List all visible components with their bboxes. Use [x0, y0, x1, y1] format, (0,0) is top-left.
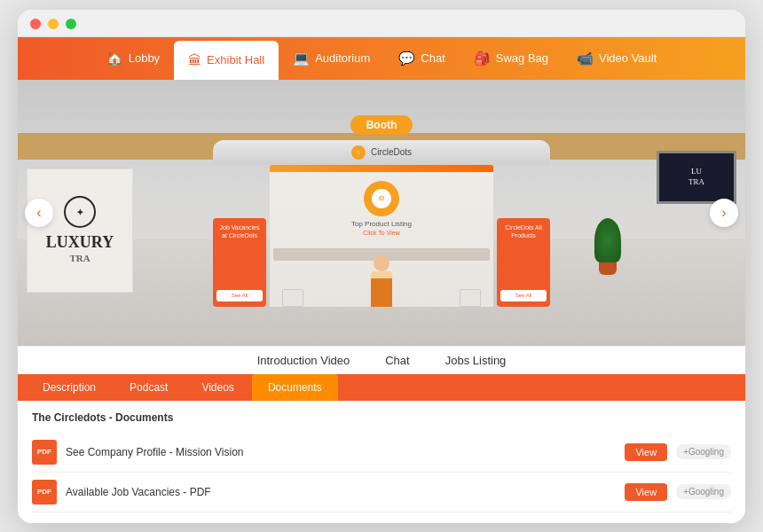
bottom-nav-intro-video[interactable]: Introduction Video [257, 354, 350, 367]
left-banner-btn[interactable]: See All [216, 290, 263, 301]
nav-item-auditorium[interactable]: 💻 Auditorium [279, 37, 384, 80]
booth-center: O Top Product Listing Click To View [270, 165, 493, 307]
exhibit-scene: ✦ LUXURY TRA LU TRA Booth ○ [18, 80, 745, 346]
tab-podcast[interactable]: Podcast [114, 374, 184, 401]
browser-chrome [18, 10, 745, 37]
doc-tag-1: +Googling [676, 444, 731, 459]
swag-icon: 🎒 [474, 51, 491, 66]
close-dot[interactable] [30, 19, 41, 29]
nav-label-swag-bag: Swag Bag [496, 51, 548, 65]
booth-logo-inner: O [372, 189, 391, 208]
exhibit-bottom-nav: Introduction Video Chat Jobs Listing [18, 346, 745, 374]
booth-header: ○ CircleDots [213, 140, 550, 165]
booth-product-sub: Click To View [363, 230, 399, 236]
nav-label-video-vault: Video Vault [599, 51, 657, 65]
home-icon: 🏠 [106, 51, 123, 66]
nav-item-video-vault[interactable]: 📹 Video Vault [562, 37, 671, 80]
right-screen: LU TRA [657, 151, 736, 204]
exhibit-icon: 🏛 [188, 52, 201, 67]
screen-line2: TRA [688, 177, 704, 186]
doc-view-btn-1[interactable]: View [625, 443, 667, 461]
booth-company-name: CircleDots [371, 147, 412, 157]
luxury-sub: TRA [46, 253, 114, 264]
right-banner-text: CircleDots All Products [500, 223, 547, 241]
doc-name-2: Available Job Vacancies - PDF [66, 486, 616, 498]
nav-item-chat[interactable]: 💬 Chat [384, 37, 459, 80]
nav-label-auditorium: Auditorium [315, 51, 370, 65]
chat-icon: 💬 [398, 51, 415, 66]
nav-label-lobby: Lobby [129, 51, 160, 65]
next-booth-button[interactable]: › [710, 199, 738, 227]
documents-section-title: The Circledots - Documents [32, 411, 731, 424]
bottom-nav-jobs-listing[interactable]: Jobs Listing [445, 354, 507, 367]
chair-left [282, 289, 303, 307]
tab-description[interactable]: Description [27, 374, 112, 401]
booth-product-label: Top Product Listing [351, 220, 412, 228]
left-panel-circle: ✦ [64, 196, 96, 228]
tab-videos[interactable]: Videos [185, 374, 249, 401]
browser-window: 🏠 Lobby 🏛 Exhibit Hall 💻 Auditorium 💬 Ch… [18, 10, 745, 523]
screen-line1: LU [691, 167, 702, 176]
doc-name-1: See Company Profile - Mission Vision [66, 446, 616, 458]
auditorium-icon: 💻 [293, 51, 310, 66]
plant-decoration [594, 218, 621, 275]
booth-logo-text: O [379, 194, 384, 202]
nav-item-lobby[interactable]: 🏠 Lobby [92, 37, 174, 80]
document-row-1: PDF See Company Profile - Mission Vision… [32, 433, 731, 473]
bottom-nav-chat[interactable]: Chat [385, 354, 409, 367]
booth-right-banner[interactable]: CircleDots All Products See All [497, 218, 550, 307]
booth-main: Job Vacancies at CircleDots See All O To… [213, 165, 550, 307]
nav-item-exhibit-hall[interactable]: 🏛 Exhibit Hall [174, 41, 279, 80]
luxury-text: LUXURY [46, 233, 114, 253]
top-nav: 🏠 Lobby 🏛 Exhibit Hall 💻 Auditorium 💬 Ch… [18, 37, 745, 80]
prev-booth-button[interactable]: ‹ [25, 199, 53, 227]
nav-item-swag-bag[interactable]: 🎒 Swag Bag [460, 37, 562, 80]
tab-documents[interactable]: Documents [252, 374, 338, 401]
doc-icon-1: PDF [32, 440, 57, 465]
left-panel-logo: LUXURY TRA [46, 233, 114, 264]
booth-left-banner[interactable]: Job Vacancies at CircleDots See All [213, 218, 266, 307]
right-banner-btn[interactable]: See All [500, 290, 547, 301]
chair-right [460, 289, 481, 307]
presenter [371, 255, 392, 307]
presenter-head [374, 255, 389, 271]
doc-tag-2: +Googling [676, 484, 731, 499]
presenter-area [273, 262, 490, 307]
maximize-dot[interactable] [66, 19, 76, 29]
booth-container: Booth ○ CircleDots Job Vacancies at Circ… [213, 115, 550, 307]
left-banner-text: Job Vacancies at CircleDots [216, 223, 263, 241]
doc-view-btn-2[interactable]: View [625, 483, 667, 501]
video-icon: 📹 [577, 51, 594, 66]
nav-label-exhibit-hall: Exhibit Hall [207, 53, 264, 66]
tabs-bar: Description Podcast Videos Documents [18, 374, 745, 401]
booth-label: Booth [350, 115, 413, 135]
booth-header-circle: ○ [351, 145, 366, 160]
booth-circle-logo: O [364, 181, 399, 216]
booth-accent-bar [270, 165, 493, 172]
minimize-dot[interactable] [48, 19, 59, 29]
nav-label-chat: Chat [421, 51, 444, 65]
doc-icon-2: PDF [32, 480, 57, 505]
plant-pot [599, 262, 617, 275]
document-row-2: PDF Available Job Vacancies - PDF View +… [32, 473, 731, 512]
right-screen-text: LU TRA [688, 167, 704, 187]
documents-panel: The Circledots - Documents PDF See Compa… [18, 401, 745, 523]
left-display-panel: ✦ LUXURY TRA [27, 168, 133, 293]
presenter-body [371, 271, 392, 307]
plant-leaves [594, 218, 621, 262]
